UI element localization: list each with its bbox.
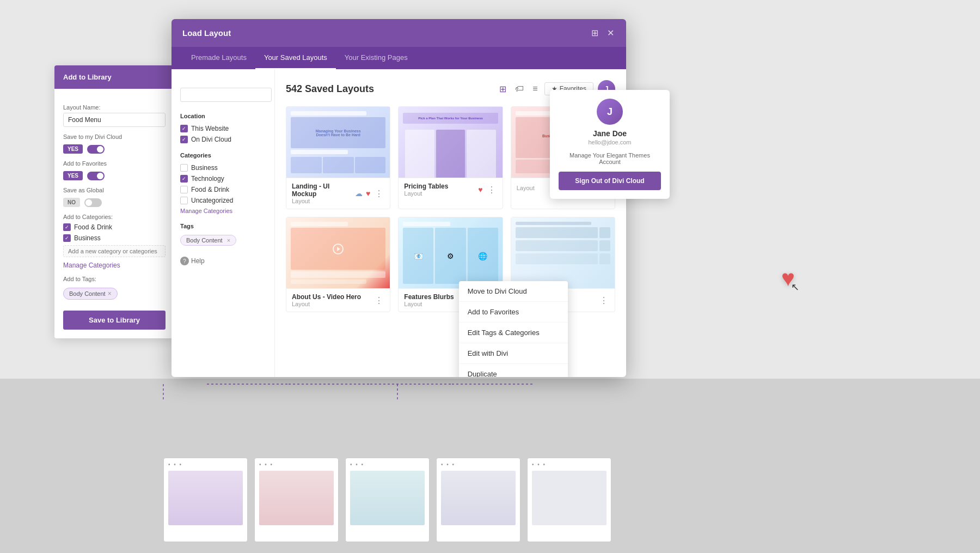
bg-thumbnail-4 bbox=[436, 458, 520, 542]
filter-manage-categories-link[interactable]: Manage Categories bbox=[180, 208, 266, 214]
dots-menu-6[interactable]: ⋮ bbox=[598, 295, 609, 306]
divi-cloud-checkbox[interactable] bbox=[180, 136, 188, 143]
layout-info-2: Pricing Tables Layout ♥ ⋮ bbox=[399, 178, 502, 201]
modal-tabs: Premade Layouts Your Saved Layouts Your … bbox=[171, 47, 626, 69]
layout-actions-2: ♥ ⋮ bbox=[478, 185, 497, 195]
new-category-input[interactable] bbox=[63, 245, 166, 257]
context-add-favorites[interactable]: Add to Favorites bbox=[459, 302, 568, 323]
context-duplicate[interactable]: Duplicate bbox=[459, 364, 568, 377]
layouts-count: 542 Saved Layouts bbox=[286, 83, 374, 95]
layout-card-4[interactable]: About Us - Video Hero Layout ⋮ bbox=[286, 217, 390, 312]
add-favorites-label: Add to Favorites bbox=[63, 160, 166, 167]
tab-existing-pages[interactable]: Your Existing Pages bbox=[336, 47, 416, 69]
category-food-drink-checkbox[interactable] bbox=[63, 223, 71, 231]
category-food-drink-row: Food & Drink bbox=[63, 223, 166, 231]
dots-menu-1[interactable]: ⋮ bbox=[373, 189, 384, 199]
layout-search-input[interactable] bbox=[180, 88, 272, 102]
help-link[interactable]: ? Help bbox=[180, 257, 266, 265]
tag-chip-label: Body Content bbox=[69, 290, 106, 297]
layout-card-1[interactable]: Managing Your BusinessDoesn't Have to Be… bbox=[286, 106, 390, 209]
cat-uncategorized-checkbox[interactable] bbox=[180, 197, 188, 204]
layout-info-1: Landing - UI Mockup Layout ☁ ♥ ⋮ bbox=[286, 178, 390, 209]
filter-tag-chip: Body Content × bbox=[180, 235, 236, 246]
layout-thumb-5: 📧 ⚙ 🌐 bbox=[399, 217, 502, 288]
save-global-label: Save as Global bbox=[63, 187, 166, 193]
cat-technology-checkbox[interactable] bbox=[180, 175, 188, 183]
layout-type-3: Layout bbox=[517, 185, 535, 191]
layout-actions-6: ⋮ bbox=[598, 295, 609, 306]
context-edit-tags-categories[interactable]: Edit Tags & Categories bbox=[459, 323, 568, 343]
bg-thumbnail-5 bbox=[527, 458, 611, 542]
heart-cursor-icon: ♥ bbox=[781, 265, 795, 291]
divi-cloud-label: On Divi Cloud bbox=[191, 136, 231, 143]
heart-icon-1[interactable]: ♥ bbox=[366, 189, 370, 198]
filter-sidebar: + + Filter Location This Website On Divi… bbox=[171, 69, 275, 377]
filter-tag-remove[interactable]: × bbox=[227, 237, 230, 244]
modal-header: Load Layout ⊞ ✕ bbox=[171, 19, 626, 47]
cursor-arrow-icon: ↖ bbox=[791, 281, 799, 293]
this-website-checkbox[interactable] bbox=[180, 125, 188, 132]
save-global-toggle[interactable] bbox=[84, 198, 102, 207]
save-cloud-label: Save to my Divi Cloud bbox=[63, 133, 166, 140]
help-label: Help bbox=[191, 257, 205, 265]
save-cloud-toggle[interactable] bbox=[87, 145, 105, 154]
layout-type-5: Layout bbox=[404, 301, 454, 307]
modal-title: Load Layout bbox=[182, 28, 231, 38]
cat-uncategorized: Uncategorized bbox=[180, 197, 266, 204]
dots-menu-2[interactable]: ⋮ bbox=[486, 185, 497, 195]
modal-close-btn[interactable]: ✕ bbox=[606, 27, 615, 39]
context-edit-with-divi[interactable]: Edit with Divi bbox=[459, 343, 568, 364]
location-divi-cloud: On Divi Cloud bbox=[180, 136, 266, 143]
list-view-btn[interactable]: ≡ bbox=[530, 83, 540, 95]
manage-categories-link[interactable]: Manage Categories bbox=[63, 262, 166, 269]
profile-dropdown: J Jane Doe hello@jdoe.com Manage Your El… bbox=[550, 90, 670, 199]
bg-thumbnail-1 bbox=[163, 458, 248, 542]
layout-name-input[interactable] bbox=[63, 113, 166, 127]
category-business-row: Business bbox=[63, 234, 166, 242]
dots-menu-4[interactable]: ⋮ bbox=[373, 295, 384, 306]
grid-view-btn[interactable]: ⊞ bbox=[497, 83, 509, 95]
context-menu: Move to Divi Cloud Add to Favorites Edit… bbox=[459, 281, 568, 377]
layout-name-1: Landing - UI Mockup bbox=[292, 183, 355, 198]
add-favorites-yes-btn[interactable]: YES bbox=[63, 171, 83, 180]
cat-business: Business bbox=[180, 164, 266, 172]
tab-saved-layouts[interactable]: Your Saved Layouts bbox=[255, 47, 336, 69]
layout-actions-4: ⋮ bbox=[373, 295, 384, 306]
tag-view-btn[interactable]: 🏷 bbox=[513, 83, 526, 95]
bg-thumbnail-2 bbox=[254, 458, 339, 542]
profile-signout-btn[interactable]: Sign Out of Divi Cloud bbox=[559, 172, 661, 190]
load-layout-modal: Load Layout ⊞ ✕ Premade Layouts Your Sav… bbox=[171, 19, 626, 377]
cat-uncategorized-label: Uncategorized bbox=[191, 197, 233, 204]
tag-chip-remove-btn[interactable]: × bbox=[108, 290, 112, 297]
cat-food-drink-checkbox[interactable] bbox=[180, 186, 188, 193]
search-row: + + Filter bbox=[180, 86, 266, 104]
heart-cursor-container: ♥ ↖ bbox=[781, 267, 795, 290]
tab-premade-layouts[interactable]: Premade Layouts bbox=[182, 47, 255, 69]
bg-thumbnail-3 bbox=[345, 458, 430, 542]
location-section-title: Location bbox=[180, 113, 266, 119]
filter-tag-label: Body Content bbox=[186, 237, 223, 244]
sidebar-title: Add to Library bbox=[63, 73, 112, 81]
layout-card-2[interactable]: Pick a Plan That Works for Your Business… bbox=[398, 106, 503, 209]
cat-business-label: Business bbox=[191, 164, 218, 172]
layout-type-1: Layout bbox=[292, 198, 355, 204]
save-to-library-button[interactable]: Save to Library bbox=[63, 311, 166, 330]
profile-email: hello@jdoe.com bbox=[559, 139, 661, 145]
layout-thumb-4 bbox=[286, 217, 390, 288]
category-business-checkbox[interactable] bbox=[63, 234, 71, 242]
context-move-divi-cloud[interactable]: Move to Divi Cloud bbox=[459, 281, 568, 302]
save-global-no-btn[interactable]: NO bbox=[63, 198, 80, 207]
category-business-label: Business bbox=[74, 234, 101, 242]
cat-business-checkbox[interactable] bbox=[180, 164, 188, 172]
profile-name: Jane Doe bbox=[559, 129, 661, 138]
heart-icon-2[interactable]: ♥ bbox=[478, 185, 482, 194]
sidebar-header: Add to Library bbox=[54, 65, 174, 89]
layout-name-2: Pricing Tables bbox=[404, 183, 448, 190]
tags-section-title: Tags bbox=[180, 223, 266, 229]
modal-settings-btn[interactable]: ⊞ bbox=[590, 27, 599, 39]
profile-manage-link[interactable]: Manage Your Elegant Themes Account bbox=[559, 152, 661, 165]
cloud-icon-1[interactable]: ☁ bbox=[355, 189, 363, 198]
add-favorites-toggle[interactable] bbox=[87, 172, 105, 180]
layout-type-2: Layout bbox=[404, 190, 448, 197]
save-cloud-yes-btn[interactable]: YES bbox=[63, 144, 83, 154]
